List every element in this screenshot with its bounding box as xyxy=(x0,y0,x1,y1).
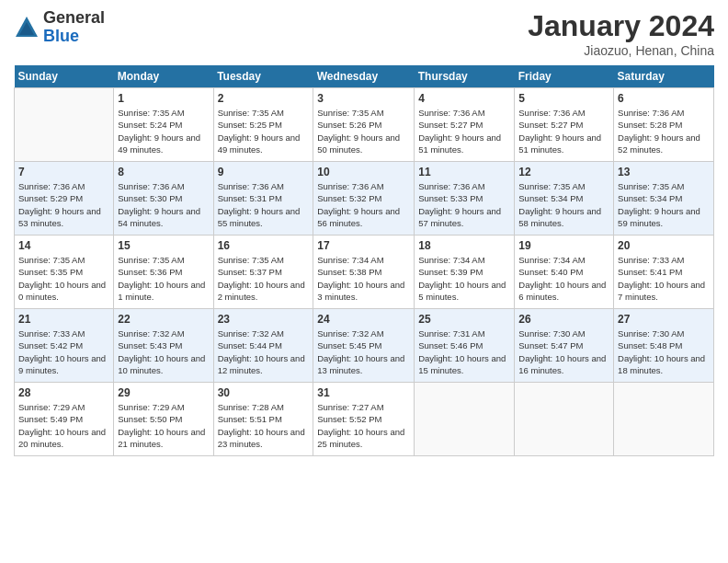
day-info: Sunrise: 7:35 AMSunset: 5:24 PMDaylight:… xyxy=(118,107,209,155)
calendar-cell: 14Sunrise: 7:35 AMSunset: 5:35 PMDayligh… xyxy=(15,236,114,309)
col-wednesday: Wednesday xyxy=(313,65,415,88)
day-number: 17 xyxy=(317,239,410,252)
day-number: 7 xyxy=(18,166,109,178)
day-info: Sunrise: 7:34 AMSunset: 5:39 PMDaylight:… xyxy=(418,254,510,303)
subtitle: Jiaozuo, Henan, China xyxy=(528,43,714,58)
day-info: Sunrise: 7:36 AMSunset: 5:29 PMDaylight:… xyxy=(18,180,109,229)
calendar-cell: 11Sunrise: 7:36 AMSunset: 5:33 PMDayligh… xyxy=(415,162,515,236)
day-info: Sunrise: 7:34 AMSunset: 5:38 PMDaylight:… xyxy=(317,254,410,303)
header-row: Sunday Monday Tuesday Wednesday Thursday… xyxy=(15,65,714,88)
day-info: Sunrise: 7:36 AMSunset: 5:31 PMDaylight:… xyxy=(218,180,310,229)
calendar-cell: 31Sunrise: 7:27 AMSunset: 5:52 PMDayligh… xyxy=(313,383,415,456)
day-number: 27 xyxy=(618,313,710,326)
calendar-cell: 24Sunrise: 7:32 AMSunset: 5:45 PMDayligh… xyxy=(313,309,415,383)
day-info: Sunrise: 7:33 AMSunset: 5:41 PMDaylight:… xyxy=(618,254,710,303)
calendar-cell: 23Sunrise: 7:32 AMSunset: 5:44 PMDayligh… xyxy=(213,309,313,383)
calendar-cell xyxy=(614,383,714,456)
calendar-cell xyxy=(515,383,614,456)
day-number: 25 xyxy=(418,313,510,326)
day-info: Sunrise: 7:35 AMSunset: 5:34 PMDaylight:… xyxy=(518,180,609,229)
logo-general: General xyxy=(43,9,105,28)
day-number: 2 xyxy=(218,92,310,105)
day-number: 13 xyxy=(618,166,710,178)
calendar-week-4: 21Sunrise: 7:33 AMSunset: 5:42 PMDayligh… xyxy=(15,309,714,383)
calendar-cell: 17Sunrise: 7:34 AMSunset: 5:38 PMDayligh… xyxy=(313,236,415,309)
calendar-cell: 13Sunrise: 7:35 AMSunset: 5:34 PMDayligh… xyxy=(614,162,714,236)
main-container: General Blue January 2024 Jiaozuo, Henan… xyxy=(0,0,728,465)
calendar-cell: 8Sunrise: 7:36 AMSunset: 5:30 PMDaylight… xyxy=(114,162,213,236)
day-info: Sunrise: 7:35 AMSunset: 5:26 PMDaylight:… xyxy=(317,107,410,155)
calendar-cell: 20Sunrise: 7:33 AMSunset: 5:41 PMDayligh… xyxy=(614,236,714,309)
day-number: 24 xyxy=(317,313,410,326)
day-info: Sunrise: 7:36 AMSunset: 5:27 PMDaylight:… xyxy=(418,107,510,155)
day-number: 10 xyxy=(317,166,410,178)
calendar-cell: 5Sunrise: 7:36 AMSunset: 5:27 PMDaylight… xyxy=(515,88,614,162)
day-info: Sunrise: 7:35 AMSunset: 5:36 PMDaylight:… xyxy=(118,254,209,303)
day-number: 19 xyxy=(518,239,609,252)
logo-icon xyxy=(14,15,40,40)
calendar-cell: 30Sunrise: 7:28 AMSunset: 5:51 PMDayligh… xyxy=(213,383,313,456)
day-info: Sunrise: 7:30 AMSunset: 5:47 PMDaylight:… xyxy=(518,327,609,376)
calendar-cell: 1Sunrise: 7:35 AMSunset: 5:24 PMDaylight… xyxy=(114,88,213,162)
day-number: 4 xyxy=(418,92,510,105)
day-number: 26 xyxy=(518,313,609,326)
day-info: Sunrise: 7:30 AMSunset: 5:48 PMDaylight:… xyxy=(618,327,710,376)
day-info: Sunrise: 7:35 AMSunset: 5:37 PMDaylight:… xyxy=(218,254,310,303)
logo-blue: Blue xyxy=(43,28,105,46)
day-number: 16 xyxy=(218,239,310,252)
calendar-cell: 21Sunrise: 7:33 AMSunset: 5:42 PMDayligh… xyxy=(15,309,114,383)
day-info: Sunrise: 7:35 AMSunset: 5:34 PMDaylight:… xyxy=(618,180,710,229)
calendar-cell: 3Sunrise: 7:35 AMSunset: 5:26 PMDaylight… xyxy=(313,88,415,162)
month-title: January 2024 xyxy=(528,9,714,43)
calendar-cell: 12Sunrise: 7:35 AMSunset: 5:34 PMDayligh… xyxy=(515,162,614,236)
calendar-cell: 9Sunrise: 7:36 AMSunset: 5:31 PMDaylight… xyxy=(213,162,313,236)
day-info: Sunrise: 7:36 AMSunset: 5:33 PMDaylight:… xyxy=(418,180,510,229)
day-number: 11 xyxy=(418,166,510,178)
day-info: Sunrise: 7:36 AMSunset: 5:32 PMDaylight:… xyxy=(317,180,410,229)
day-number: 18 xyxy=(418,239,510,252)
day-number: 5 xyxy=(518,92,609,105)
calendar-cell: 22Sunrise: 7:32 AMSunset: 5:43 PMDayligh… xyxy=(114,309,213,383)
day-number: 31 xyxy=(317,386,410,399)
day-number: 28 xyxy=(18,386,109,399)
logo: General Blue xyxy=(14,9,105,46)
col-monday: Monday xyxy=(114,65,213,88)
day-info: Sunrise: 7:33 AMSunset: 5:42 PMDaylight:… xyxy=(18,327,109,376)
day-info: Sunrise: 7:28 AMSunset: 5:51 PMDaylight:… xyxy=(218,401,310,450)
day-number: 8 xyxy=(118,166,209,178)
calendar-cell: 16Sunrise: 7:35 AMSunset: 5:37 PMDayligh… xyxy=(213,236,313,309)
col-friday: Friday xyxy=(515,65,614,88)
day-number: 15 xyxy=(118,239,209,252)
logo-text: General Blue xyxy=(43,9,105,46)
day-number: 23 xyxy=(218,313,310,326)
calendar-week-3: 14Sunrise: 7:35 AMSunset: 5:35 PMDayligh… xyxy=(15,236,714,309)
calendar-cell: 6Sunrise: 7:36 AMSunset: 5:28 PMDaylight… xyxy=(614,88,714,162)
calendar-cell: 26Sunrise: 7:30 AMSunset: 5:47 PMDayligh… xyxy=(515,309,614,383)
calendar-cell: 25Sunrise: 7:31 AMSunset: 5:46 PMDayligh… xyxy=(415,309,515,383)
calendar-cell: 19Sunrise: 7:34 AMSunset: 5:40 PMDayligh… xyxy=(515,236,614,309)
day-number: 9 xyxy=(218,166,310,178)
calendar-cell: 4Sunrise: 7:36 AMSunset: 5:27 PMDaylight… xyxy=(415,88,515,162)
day-info: Sunrise: 7:29 AMSunset: 5:49 PMDaylight:… xyxy=(18,401,109,450)
page-header: General Blue January 2024 Jiaozuo, Henan… xyxy=(14,9,714,58)
day-info: Sunrise: 7:31 AMSunset: 5:46 PMDaylight:… xyxy=(418,327,510,376)
calendar-cell: 15Sunrise: 7:35 AMSunset: 5:36 PMDayligh… xyxy=(114,236,213,309)
day-info: Sunrise: 7:32 AMSunset: 5:45 PMDaylight:… xyxy=(317,327,410,376)
day-info: Sunrise: 7:32 AMSunset: 5:43 PMDaylight:… xyxy=(118,327,209,376)
day-number: 22 xyxy=(118,313,209,326)
day-info: Sunrise: 7:27 AMSunset: 5:52 PMDaylight:… xyxy=(317,401,410,450)
col-tuesday: Tuesday xyxy=(213,65,313,88)
day-info: Sunrise: 7:32 AMSunset: 5:44 PMDaylight:… xyxy=(218,327,310,376)
day-number: 12 xyxy=(518,166,609,178)
day-info: Sunrise: 7:29 AMSunset: 5:50 PMDaylight:… xyxy=(118,401,209,450)
day-number: 14 xyxy=(18,239,109,252)
col-saturday: Saturday xyxy=(614,65,714,88)
day-info: Sunrise: 7:35 AMSunset: 5:35 PMDaylight:… xyxy=(18,254,109,303)
calendar-week-2: 7Sunrise: 7:36 AMSunset: 5:29 PMDaylight… xyxy=(15,162,714,236)
day-info: Sunrise: 7:36 AMSunset: 5:27 PMDaylight:… xyxy=(518,107,609,155)
day-number: 21 xyxy=(18,313,109,326)
day-number: 30 xyxy=(218,386,310,399)
day-info: Sunrise: 7:36 AMSunset: 5:30 PMDaylight:… xyxy=(118,180,209,229)
col-sunday: Sunday xyxy=(15,65,114,88)
calendar-table: Sunday Monday Tuesday Wednesday Thursday… xyxy=(14,65,714,456)
